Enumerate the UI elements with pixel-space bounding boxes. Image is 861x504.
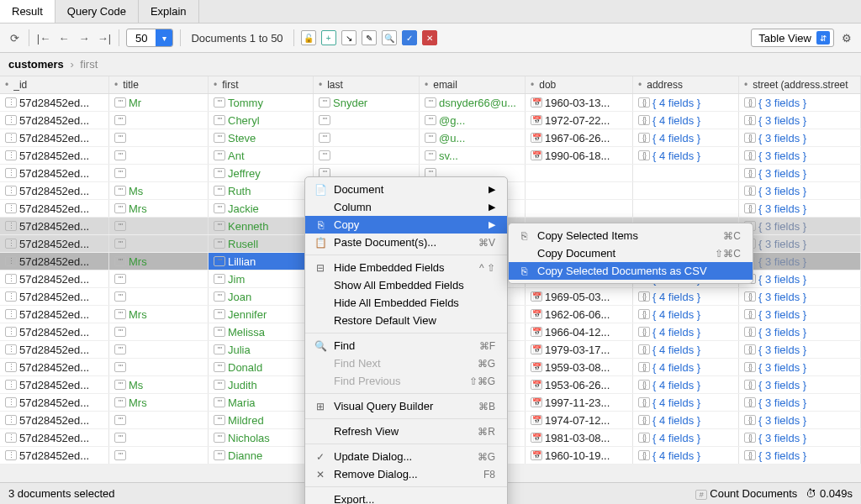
copy-selected-documents-as-csv-icon: ⎘ [517,265,531,277]
copy-selected-items-icon: ⎘ [517,230,531,242]
first-page-icon[interactable]: |← [36,30,51,45]
col-address[interactable]: address [633,76,739,93]
menu-item-hide-all-embedded-fields[interactable]: Hide All Embedded Fields [305,294,507,312]
dropdown-icon: ⇵ [816,31,830,45]
next-page-icon[interactable]: → [77,30,92,45]
delete-icon[interactable]: ✕ [422,30,437,45]
string-icon: "" [214,327,225,337]
menu-item-document[interactable]: 📄Document▶ [305,181,507,198]
menu-item-find[interactable]: 🔍Find⌘F [305,337,507,354]
string-icon: "" [214,309,225,319]
import-icon[interactable]: ↘ [341,30,357,45]
date-icon: 📅 [531,362,542,372]
object-icon: {} [744,415,756,425]
breadcrumb-root[interactable]: customers [8,58,64,71]
string-icon: "" [114,97,126,108]
object-icon: {} [638,433,650,443]
menu-item-copy-document[interactable]: Copy Document⇧⌘C [509,244,753,262]
string-icon: "" [114,309,126,319]
view-mode-select[interactable]: Table View ⇵ [751,29,834,47]
table-row[interactable]: ⋮ 57d28452ed..."" "" Steve"" "" @u...📅 1… [0,129,861,147]
menu-item-copy[interactable]: ⎘Copy▶ [305,216,507,234]
submenu-arrow-icon: ▶ [489,184,495,195]
id-icon: ⋮ [5,344,17,354]
document-range-label: Documents 1 to 50 [191,32,283,45]
object-icon: {} [638,344,650,354]
col-title[interactable]: title [109,76,209,93]
table-row[interactable]: ⋮ 57d28452ed..."" "" Ant"" "" sv...📅 199… [0,147,861,165]
string-icon: "" [425,115,436,125]
document-icon: 📄 [314,184,327,196]
object-icon: {} [638,362,650,372]
string-icon: "" [214,150,225,160]
col-street[interactable]: street (address.street [739,76,861,93]
string-icon: "" [425,150,436,160]
col-id[interactable]: _id [0,76,109,93]
string-icon: "" [114,239,126,249]
menu-item-copy-selected-items[interactable]: ⎘Copy Selected Items⌘C [509,227,753,244]
string-icon: "" [114,380,126,390]
string-icon: "" [425,133,436,143]
table-row[interactable]: ⋮ 57d28452ed..."" "" Cheryl"" "" @g...📅 … [0,112,861,129]
breadcrumb-leaf[interactable]: first [80,58,98,71]
copy-submenu[interactable]: ⎘Copy Selected Items⌘CCopy Document⇧⌘C⎘C… [508,223,753,284]
col-first[interactable]: first [209,76,314,93]
tab-result[interactable]: Result [0,0,55,23]
string-icon: "" [214,239,225,249]
last-page-icon[interactable]: →| [97,30,112,45]
menu-item-copy-selected-documents-as-csv[interactable]: ⎘Copy Selected Documents as CSV [509,262,753,280]
date-icon: 📅 [531,133,542,143]
object-icon: {} [744,186,756,196]
menu-item-remove-dialog-[interactable]: ✕Remove Dialog...F8 [305,465,507,483]
menu-item-restore-default-view[interactable]: Restore Default View [305,312,507,329]
menu-item-show-all-embedded-fields[interactable]: Show All Embedded Fields [305,276,507,294]
date-icon: 📅 [531,150,542,160]
object-icon: {} [744,450,756,460]
breadcrumb: customers › first [0,53,861,76]
view-icon[interactable]: 🔍 [382,30,397,45]
settings-icon[interactable]: ⚙ [839,30,854,45]
edit-icon[interactable]: ✎ [362,30,377,45]
context-menu[interactable]: 📄Document▶Column▶⎘Copy▶📋Paste Document(s… [304,176,508,504]
string-icon: "" [214,362,225,372]
id-icon: ⋮ [5,309,17,319]
lock-icon[interactable]: 🔓 [301,30,316,45]
id-icon: ⋮ [5,133,17,143]
id-icon: ⋮ [5,221,17,231]
count-documents-button[interactable]: # Count Documents [695,487,798,500]
string-icon: "" [114,397,126,407]
string-icon: "" [214,397,225,407]
date-icon: 📅 [531,380,542,390]
menu-item-visual-query-builder[interactable]: ⊞Visual Query Builder⌘B [305,397,507,415]
object-icon: {} [638,309,650,319]
add-document-icon[interactable]: + [321,30,336,45]
menu-item-column[interactable]: Column▶ [305,198,507,216]
date-icon: 📅 [531,327,542,337]
refresh-icon[interactable]: ⟳ [7,30,22,45]
id-icon: ⋮ [5,168,17,178]
update-icon[interactable]: ✓ [402,30,417,45]
menu-item-hide-embedded-fields[interactable]: ⊟Hide Embedded Fields^ ⇧ [305,259,507,276]
object-icon: {} [638,415,650,425]
tab-explain[interactable]: Explain [139,0,199,23]
prev-page-icon[interactable]: ← [56,30,71,45]
menu-item-update-dialog-[interactable]: ✓Update Dialog...⌘G [305,448,507,465]
col-dob[interactable]: dob [526,76,633,93]
tab-query-code[interactable]: Query Code [55,0,139,23]
id-icon: ⋮ [5,327,17,337]
menu-item-paste-document-s-[interactable]: 📋Paste Document(s)...⌘V [305,234,507,251]
tab-bar: Result Query Code Explain [0,0,861,24]
string-icon: "" [214,97,225,108]
string-icon: "" [214,433,225,443]
string-icon: "" [214,115,225,125]
string-icon: "" [214,133,225,143]
page-size-select[interactable]: 50 ▾ [126,29,173,47]
update-dialog--icon: ✓ [314,451,327,463]
col-last[interactable]: last [314,76,420,93]
menu-item-export-[interactable]: Export... [305,491,507,504]
menu-item-refresh-view[interactable]: Refresh View⌘R [305,423,507,440]
date-icon: 📅 [531,97,542,108]
col-email[interactable]: email [420,76,526,93]
table-row[interactable]: ⋮ 57d28452ed..."" Mr"" Tommy"" Snyder"" … [0,94,861,112]
object-icon: {} [744,309,756,319]
